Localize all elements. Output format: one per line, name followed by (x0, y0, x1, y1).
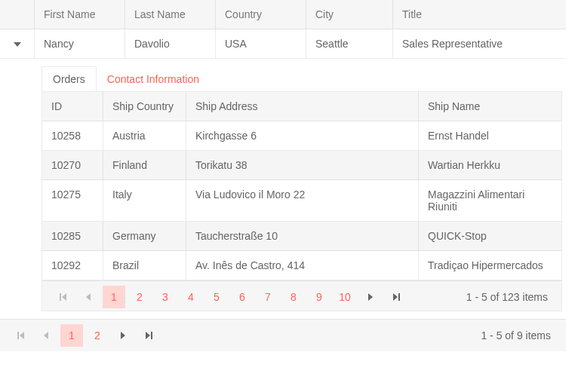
cell-ship-country: Finland (103, 151, 186, 179)
cell-last-name: Davolio (124, 29, 215, 58)
cell-city: Seattle (306, 29, 392, 58)
page-number[interactable]: 1 (103, 286, 125, 308)
col-last-name[interactable]: Last Name (124, 0, 215, 29)
cell-ship-name: Tradiçao Hipermercados (418, 251, 561, 280)
first-page-icon (60, 293, 61, 301)
pager-first-button[interactable] (9, 324, 32, 347)
table-row: Nancy Davolio USA Seattle Sales Represen… (0, 29, 566, 59)
chevron-left-icon (44, 332, 48, 339)
pager-prev-button[interactable] (77, 286, 100, 308)
col-city[interactable]: City (306, 0, 392, 29)
page-number[interactable]: 3 (154, 286, 177, 308)
cell-ship-name: Wartian Herkku (418, 151, 561, 179)
pager-next-button[interactable] (359, 286, 382, 308)
chevron-right-icon (121, 332, 125, 339)
page-number[interactable]: 1 (60, 324, 83, 347)
table-row: 10285GermanyTaucherstraße 10QUICK-Stop (42, 222, 561, 251)
outer-header-row: First Name Last Name Country City Title (0, 0, 566, 29)
col-title[interactable]: Title (392, 0, 566, 29)
page-number[interactable]: 4 (180, 286, 202, 308)
expand-column-header (0, 0, 34, 29)
table-row: 10258AustriaKirchgasse 6Ernst Handel (42, 121, 561, 151)
inner-pager: 12345678910 1 - 5 of 123 items (42, 280, 561, 311)
cell-id: 10285 (42, 222, 103, 250)
chevron-left-icon (62, 293, 66, 301)
cell-ship-country: Brazil (103, 251, 186, 280)
cell-ship-address: Kirchgasse 6 (186, 121, 418, 150)
chevron-right-icon (393, 293, 398, 301)
col-country[interactable]: Country (215, 0, 306, 29)
col-ship-name[interactable]: Ship Name (418, 92, 561, 121)
tab-contact-information[interactable]: Contact Information (96, 66, 211, 91)
page-number[interactable]: 5 (205, 286, 228, 308)
table-row: 10270FinlandTorikatu 38Wartian Herkku (42, 151, 561, 180)
cell-ship-address: Taucherstraße 10 (186, 222, 418, 250)
cell-ship-country: Austria (103, 121, 186, 150)
table-row: 10275ItalyVia Ludovico il Moro 22Magazzi… (42, 180, 561, 222)
chevron-left-icon (20, 332, 24, 339)
col-id[interactable]: ID (42, 92, 103, 121)
last-page-icon (151, 332, 152, 339)
pager-info: 1 - 5 of 123 items (466, 291, 555, 303)
pager-last-button[interactable] (385, 286, 407, 308)
outer-grid: First Name Last Name Country City Title … (0, 0, 566, 351)
page-number[interactable]: 2 (86, 324, 109, 347)
cell-ship-address: Av. Inês de Castro, 414 (186, 251, 418, 280)
pager-last-button[interactable] (137, 324, 160, 347)
pager-next-button[interactable] (112, 324, 134, 347)
col-first-name[interactable]: First Name (34, 0, 124, 29)
page-number[interactable]: 8 (282, 286, 305, 308)
cell-ship-country: Germany (103, 222, 186, 250)
cell-ship-address: Torikatu 38 (186, 151, 418, 179)
cell-title: Sales Representative (392, 29, 566, 58)
cell-id: 10258 (42, 121, 103, 150)
col-ship-address[interactable]: Ship Address (186, 92, 418, 121)
page-number[interactable]: 9 (308, 286, 330, 308)
cell-id: 10275 (42, 180, 103, 221)
cell-id: 10270 (42, 151, 103, 179)
page-number[interactable]: 7 (257, 286, 279, 308)
page-number[interactable]: 10 (334, 286, 356, 308)
cell-ship-country: Italy (103, 180, 186, 221)
col-ship-country[interactable]: Ship Country (103, 92, 186, 121)
pager-first-button[interactable] (51, 286, 74, 308)
last-page-icon (398, 293, 400, 301)
pager-info: 1 - 5 of 9 items (481, 329, 558, 341)
inner-header-row: ID Ship Country Ship Address Ship Name (42, 92, 561, 121)
tabstrip: Orders Contact Information (42, 66, 566, 91)
tab-orders[interactable]: Orders (42, 66, 97, 91)
page-number[interactable]: 2 (128, 286, 151, 308)
pager-prev-button[interactable] (35, 324, 57, 347)
cell-ship-name: Ernst Handel (418, 121, 561, 150)
page-number[interactable]: 6 (231, 286, 254, 308)
detail-panel: Orders Contact Information ID Ship Count… (0, 59, 566, 319)
chevron-left-icon (86, 293, 91, 301)
cell-country: USA (215, 29, 306, 58)
table-row: 10292BrazilAv. Inês de Castro, 414Tradiç… (42, 251, 561, 280)
inner-grid: ID Ship Country Ship Address Ship Name 1… (42, 91, 562, 311)
cell-ship-address: Via Ludovico il Moro 22 (186, 180, 418, 221)
cell-ship-name: QUICK-Stop (418, 222, 561, 250)
expand-toggle[interactable] (0, 29, 34, 58)
outer-pager: 1 2 1 - 5 of 9 items (0, 319, 566, 351)
chevron-right-icon (146, 332, 150, 339)
cell-ship-name: Magazzini Alimentari Riuniti (418, 180, 561, 221)
cell-id: 10292 (42, 251, 103, 280)
caret-down-icon (14, 42, 21, 47)
inner-pager-clip: 12345678910 1 - 5 of 123 items (42, 280, 561, 311)
chevron-right-icon (368, 293, 373, 301)
cell-first-name: Nancy (34, 29, 124, 58)
first-page-icon (17, 332, 19, 339)
